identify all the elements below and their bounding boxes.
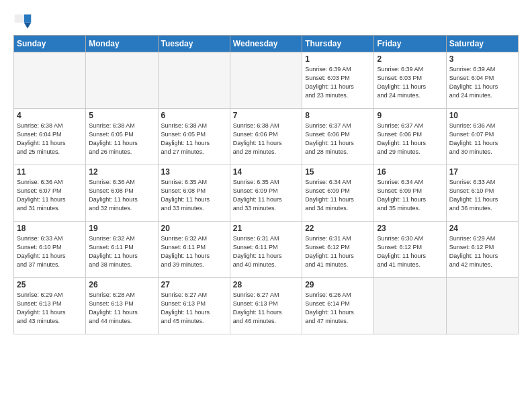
calendar-week-row: 11Sunrise: 6:36 AM Sunset: 6:07 PM Dayli… <box>14 165 519 222</box>
calendar-cell <box>374 278 446 334</box>
calendar-cell <box>446 278 518 334</box>
day-info: Sunrise: 6:32 AM Sunset: 6:11 PM Dayligh… <box>89 234 154 269</box>
calendar-cell: 17Sunrise: 6:33 AM Sunset: 6:10 PM Dayli… <box>446 165 518 222</box>
calendar-cell: 9Sunrise: 6:37 AM Sunset: 6:06 PM Daylig… <box>374 109 446 165</box>
day-info: Sunrise: 6:28 AM Sunset: 6:13 PM Dayligh… <box>89 291 154 326</box>
calendar-week-row: 4Sunrise: 6:38 AM Sunset: 6:04 PM Daylig… <box>14 109 519 165</box>
calendar-cell: 25Sunrise: 6:29 AM Sunset: 6:13 PM Dayli… <box>14 278 86 334</box>
day-info: Sunrise: 6:36 AM Sunset: 6:07 PM Dayligh… <box>449 122 515 156</box>
day-info: Sunrise: 6:31 AM Sunset: 6:12 PM Dayligh… <box>305 234 371 269</box>
calendar-cell: 23Sunrise: 6:30 AM Sunset: 6:12 PM Dayli… <box>374 222 446 278</box>
calendar-cell <box>230 52 302 109</box>
day-number: 20 <box>161 224 227 233</box>
weekday-header-cell: Tuesday <box>158 36 230 52</box>
calendar-cell: 24Sunrise: 6:29 AM Sunset: 6:12 PM Dayli… <box>446 222 518 278</box>
day-number: 28 <box>233 280 299 289</box>
day-number: 23 <box>377 224 443 233</box>
logo-icon <box>13 12 32 31</box>
day-info: Sunrise: 6:31 AM Sunset: 6:11 PM Dayligh… <box>233 234 299 269</box>
day-info: Sunrise: 6:29 AM Sunset: 6:13 PM Dayligh… <box>17 291 83 326</box>
calendar-cell: 14Sunrise: 6:35 AM Sunset: 6:09 PM Dayli… <box>230 165 302 222</box>
day-number: 18 <box>17 224 83 233</box>
day-info: Sunrise: 6:38 AM Sunset: 6:05 PM Dayligh… <box>161 122 227 156</box>
day-number: 11 <box>17 167 83 177</box>
day-info: Sunrise: 6:39 AM Sunset: 6:04 PM Dayligh… <box>449 65 515 100</box>
calendar-cell <box>86 52 158 109</box>
calendar-cell: 12Sunrise: 6:36 AM Sunset: 6:08 PM Dayli… <box>86 165 158 222</box>
day-info: Sunrise: 6:27 AM Sunset: 6:13 PM Dayligh… <box>161 291 227 326</box>
day-number: 10 <box>449 111 515 120</box>
day-number: 5 <box>89 111 154 120</box>
weekday-header-cell: Wednesday <box>230 36 302 52</box>
day-info: Sunrise: 6:33 AM Sunset: 6:10 PM Dayligh… <box>17 234 83 269</box>
calendar-cell <box>14 52 86 109</box>
day-info: Sunrise: 6:35 AM Sunset: 6:09 PM Dayligh… <box>233 178 299 213</box>
day-number: 4 <box>17 111 83 120</box>
day-info: Sunrise: 6:32 AM Sunset: 6:11 PM Dayligh… <box>161 234 227 269</box>
day-number: 3 <box>449 54 515 64</box>
day-info: Sunrise: 6:26 AM Sunset: 6:14 PM Dayligh… <box>305 291 371 326</box>
day-number: 8 <box>305 111 371 120</box>
calendar-cell: 28Sunrise: 6:27 AM Sunset: 6:13 PM Dayli… <box>230 278 302 334</box>
calendar-week-row: 18Sunrise: 6:33 AM Sunset: 6:10 PM Dayli… <box>14 222 519 278</box>
day-number: 13 <box>161 167 227 177</box>
day-number: 7 <box>233 111 299 120</box>
day-info: Sunrise: 6:29 AM Sunset: 6:12 PM Dayligh… <box>449 234 515 269</box>
day-number: 1 <box>305 54 371 64</box>
day-number: 27 <box>161 280 227 289</box>
day-number: 26 <box>89 280 154 289</box>
day-number: 17 <box>449 167 515 177</box>
day-info: Sunrise: 6:39 AM Sunset: 6:03 PM Dayligh… <box>305 65 371 100</box>
calendar-cell: 26Sunrise: 6:28 AM Sunset: 6:13 PM Dayli… <box>86 278 158 334</box>
day-info: Sunrise: 6:35 AM Sunset: 6:08 PM Dayligh… <box>161 178 227 213</box>
day-info: Sunrise: 6:36 AM Sunset: 6:08 PM Dayligh… <box>89 178 154 213</box>
day-info: Sunrise: 6:38 AM Sunset: 6:04 PM Dayligh… <box>17 122 83 156</box>
calendar-cell <box>158 52 230 109</box>
calendar-week-row: 1Sunrise: 6:39 AM Sunset: 6:03 PM Daylig… <box>14 52 519 109</box>
day-number: 19 <box>89 224 154 233</box>
day-info: Sunrise: 6:37 AM Sunset: 6:06 PM Dayligh… <box>305 122 371 156</box>
weekday-header-cell: Monday <box>86 36 158 52</box>
calendar-cell: 21Sunrise: 6:31 AM Sunset: 6:11 PM Dayli… <box>230 222 302 278</box>
day-number: 24 <box>449 224 515 233</box>
calendar-cell: 3Sunrise: 6:39 AM Sunset: 6:04 PM Daylig… <box>446 52 518 109</box>
day-info: Sunrise: 6:34 AM Sunset: 6:09 PM Dayligh… <box>377 178 443 213</box>
page: SundayMondayTuesdayWednesdayThursdayFrid… <box>0 0 532 341</box>
day-info: Sunrise: 6:39 AM Sunset: 6:03 PM Dayligh… <box>377 65 443 100</box>
calendar-table: SundayMondayTuesdayWednesdayThursdayFrid… <box>13 35 519 334</box>
calendar-cell: 6Sunrise: 6:38 AM Sunset: 6:05 PM Daylig… <box>158 109 230 165</box>
day-number: 25 <box>17 280 83 289</box>
day-info: Sunrise: 6:38 AM Sunset: 6:05 PM Dayligh… <box>89 122 154 156</box>
day-info: Sunrise: 6:37 AM Sunset: 6:06 PM Dayligh… <box>377 122 443 156</box>
calendar-cell: 16Sunrise: 6:34 AM Sunset: 6:09 PM Dayli… <box>374 165 446 222</box>
calendar-cell: 22Sunrise: 6:31 AM Sunset: 6:12 PM Dayli… <box>302 222 374 278</box>
calendar-cell: 19Sunrise: 6:32 AM Sunset: 6:11 PM Dayli… <box>86 222 158 278</box>
day-number: 14 <box>233 167 299 177</box>
calendar-cell: 27Sunrise: 6:27 AM Sunset: 6:13 PM Dayli… <box>158 278 230 334</box>
weekday-header-row: SundayMondayTuesdayWednesdayThursdayFrid… <box>14 36 519 52</box>
calendar-cell: 8Sunrise: 6:37 AM Sunset: 6:06 PM Daylig… <box>302 109 374 165</box>
day-info: Sunrise: 6:34 AM Sunset: 6:09 PM Dayligh… <box>305 178 371 213</box>
calendar-cell: 20Sunrise: 6:32 AM Sunset: 6:11 PM Dayli… <box>158 222 230 278</box>
calendar-cell: 13Sunrise: 6:35 AM Sunset: 6:08 PM Dayli… <box>158 165 230 222</box>
day-info: Sunrise: 6:36 AM Sunset: 6:07 PM Dayligh… <box>17 178 83 213</box>
calendar-cell: 7Sunrise: 6:38 AM Sunset: 6:06 PM Daylig… <box>230 109 302 165</box>
svg-marker-1 <box>24 23 32 29</box>
header-area <box>13 12 519 31</box>
logo <box>13 12 35 31</box>
day-number: 6 <box>161 111 227 120</box>
day-number: 22 <box>305 224 371 233</box>
day-number: 15 <box>305 167 371 177</box>
svg-rect-2 <box>15 15 23 23</box>
calendar-cell: 1Sunrise: 6:39 AM Sunset: 6:03 PM Daylig… <box>302 52 374 109</box>
calendar-cell: 4Sunrise: 6:38 AM Sunset: 6:04 PM Daylig… <box>14 109 86 165</box>
day-number: 9 <box>377 111 443 120</box>
day-info: Sunrise: 6:33 AM Sunset: 6:10 PM Dayligh… <box>449 178 515 213</box>
calendar-cell: 29Sunrise: 6:26 AM Sunset: 6:14 PM Dayli… <box>302 278 374 334</box>
calendar-cell: 11Sunrise: 6:36 AM Sunset: 6:07 PM Dayli… <box>14 165 86 222</box>
weekday-header-cell: Sunday <box>14 36 86 52</box>
day-info: Sunrise: 6:27 AM Sunset: 6:13 PM Dayligh… <box>233 291 299 326</box>
day-number: 12 <box>89 167 154 177</box>
calendar-cell: 2Sunrise: 6:39 AM Sunset: 6:03 PM Daylig… <box>374 52 446 109</box>
day-number: 16 <box>377 167 443 177</box>
